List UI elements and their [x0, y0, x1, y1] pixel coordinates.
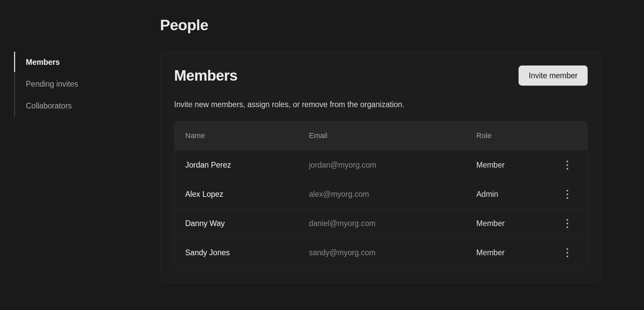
member-role: Member — [476, 161, 558, 170]
row-actions-kebab-menu-icon[interactable] — [560, 245, 575, 260]
kebab-dot — [567, 161, 568, 162]
kebab-dot — [567, 168, 568, 170]
kebab-dot — [567, 256, 568, 257]
table-row: Danny Way daniel@myorg.com Member — [174, 209, 587, 238]
page-title: People — [160, 17, 208, 34]
table-row: Sandy Jones sandy@myorg.com Member — [174, 238, 587, 267]
kebab-dot — [567, 223, 568, 224]
invite-member-button[interactable]: Invite member — [519, 65, 588, 86]
kebab-dot — [567, 226, 568, 228]
members-panel-description: Invite new members, assign roles, or rem… — [174, 99, 588, 109]
column-header-role: Role — [476, 131, 558, 140]
members-table: Name Email Role Jordan Perez jordan@myor… — [174, 121, 588, 267]
kebab-dot — [567, 190, 568, 191]
sidebar-item-collaborators[interactable]: Collaborators — [14, 95, 138, 117]
member-name: Jordan Perez — [185, 161, 309, 170]
kebab-dot — [567, 248, 568, 250]
member-email: sandy@myorg.com — [309, 248, 476, 257]
kebab-dot — [567, 164, 568, 166]
sidebar-item-members[interactable]: Members — [14, 51, 138, 73]
row-actions-kebab-menu-icon[interactable] — [560, 187, 575, 202]
table-row: Jordan Perez jordan@myorg.com Member — [174, 150, 587, 179]
member-name: Alex Lopez — [185, 190, 309, 199]
members-panel-header: Members Invite member — [174, 65, 588, 86]
column-header-email: Email — [309, 131, 476, 140]
kebab-dot — [567, 193, 568, 195]
settings-sidebar-nav: Members Pending invites Collaborators — [14, 51, 138, 117]
column-header-name: Name — [185, 131, 309, 140]
row-actions-kebab-menu-icon[interactable] — [560, 216, 575, 231]
table-row: Alex Lopez alex@myorg.com Admin — [174, 179, 587, 209]
member-role: Admin — [476, 190, 558, 199]
member-role: Member — [476, 248, 558, 257]
members-panel-title: Members — [174, 67, 237, 84]
member-email: jordan@myorg.com — [309, 161, 476, 170]
row-actions-kebab-menu-icon[interactable] — [560, 158, 575, 172]
members-table-header: Name Email Role — [174, 121, 587, 150]
kebab-dot — [567, 252, 568, 254]
member-name: Danny Way — [185, 219, 309, 228]
member-role: Member — [476, 219, 558, 228]
sidebar-item-pending-invites[interactable]: Pending invites — [14, 73, 138, 95]
kebab-dot — [567, 219, 568, 221]
kebab-dot — [567, 197, 568, 199]
member-email: daniel@myorg.com — [309, 219, 476, 228]
member-email: alex@myorg.com — [309, 190, 476, 199]
member-name: Sandy Jones — [185, 248, 309, 257]
members-panel: Members Invite member Invite new members… — [160, 51, 601, 283]
